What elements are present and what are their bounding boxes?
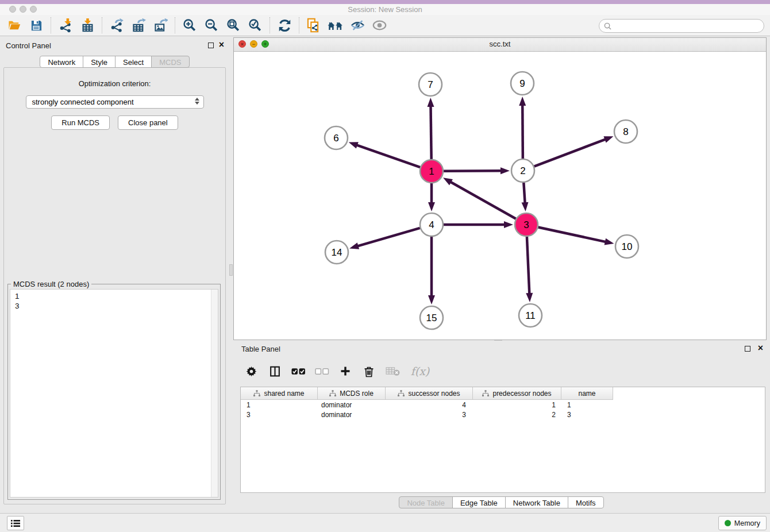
graph-node-label: 3 bbox=[523, 219, 529, 230]
graph-edge-3-1[interactable] bbox=[449, 182, 515, 219]
delete-row-button[interactable] bbox=[360, 363, 378, 380]
network-canvas[interactable]: 7968124314101511 bbox=[234, 51, 766, 340]
sort-icon bbox=[482, 390, 489, 397]
network-window: × − + scc.txt 7968124314101511 bbox=[233, 37, 767, 340]
graph-edge-1-7[interactable] bbox=[430, 105, 431, 159]
zoom-fit-icon bbox=[226, 18, 241, 33]
task-history-button[interactable] bbox=[7, 516, 24, 530]
graph-edge-2-9[interactable] bbox=[522, 104, 523, 159]
import-network-icon bbox=[59, 18, 73, 33]
tab-style[interactable]: Style bbox=[83, 56, 116, 68]
tab-network[interactable]: Network bbox=[40, 56, 83, 68]
zoom-fit-button[interactable] bbox=[222, 16, 244, 34]
graph-edge-arrowhead bbox=[428, 98, 434, 107]
network-window-titlebar[interactable]: × − + scc.txt bbox=[234, 38, 766, 52]
search-icon bbox=[604, 22, 611, 30]
graph-node-label: 2 bbox=[520, 165, 525, 176]
graph-edge-1-6[interactable] bbox=[356, 145, 420, 167]
toolbar-separator bbox=[270, 17, 270, 33]
network-window-title: scc.txt bbox=[234, 40, 766, 48]
zoom-in-button[interactable] bbox=[179, 16, 201, 34]
splitter-grip-vertical[interactable] bbox=[229, 264, 233, 276]
main-toolbar bbox=[0, 15, 770, 36]
close-panel-button[interactable]: Close panel bbox=[118, 115, 178, 130]
column-header-shared-name[interactable]: shared name bbox=[241, 387, 318, 400]
run-mcds-button[interactable]: Run MCDS bbox=[51, 115, 110, 130]
close-table-panel-icon[interactable]: × bbox=[758, 345, 763, 351]
graph-edge-arrowhead bbox=[428, 295, 435, 304]
graph-edge-arrowhead bbox=[519, 97, 526, 106]
gear-icon bbox=[245, 365, 257, 377]
open-file-button[interactable] bbox=[3, 16, 25, 34]
column-header-predecessor-nodes[interactable]: predecessor nodes bbox=[473, 387, 561, 400]
table-panel: Table Panel × f(x) shared nameMCDS roles… bbox=[233, 342, 770, 511]
criterion-dropdown[interactable]: strongly connected component bbox=[26, 95, 204, 109]
graph-edge-3-10[interactable] bbox=[538, 227, 607, 242]
memory-button[interactable]: Memory bbox=[718, 516, 767, 530]
columns-icon bbox=[269, 365, 281, 377]
control-panel-tabs: Network Style Select MCDS bbox=[0, 56, 230, 68]
sort-icon bbox=[253, 390, 260, 397]
deselect-all-button[interactable] bbox=[313, 363, 330, 380]
table-tabs: Node Table Edge Table Network Table Moti… bbox=[233, 496, 770, 508]
graph-edge-4-14[interactable] bbox=[357, 228, 420, 246]
network-from-file-button[interactable] bbox=[303, 16, 325, 34]
search-input[interactable] bbox=[614, 21, 764, 30]
table-panel-title: Table Panel bbox=[241, 345, 280, 353]
graph-node-label: 8 bbox=[623, 126, 628, 137]
tab-motifs[interactable]: Motifs bbox=[568, 496, 604, 508]
float-panel-icon[interactable] bbox=[208, 43, 214, 48]
table-settings-button[interactable] bbox=[242, 363, 260, 380]
export-image-icon bbox=[153, 18, 168, 33]
graph-node-label: 6 bbox=[333, 133, 338, 144]
hide-selected-button[interactable] bbox=[346, 16, 368, 34]
graph-edge-2-8[interactable] bbox=[534, 139, 607, 167]
close-panel-icon[interactable]: × bbox=[219, 42, 224, 48]
refresh-button[interactable] bbox=[274, 16, 295, 34]
column-header-successor-nodes[interactable]: successor nodes bbox=[386, 387, 473, 400]
export-network-button[interactable] bbox=[106, 16, 128, 34]
graph-edge-1-2[interactable] bbox=[444, 171, 502, 171]
graph-edge-arrowhead bbox=[504, 221, 513, 228]
export-network-icon bbox=[110, 18, 124, 33]
import-network-button[interactable] bbox=[55, 16, 76, 34]
table-row[interactable]: 3dominator323 bbox=[241, 410, 765, 419]
graph-node-label: 11 bbox=[525, 310, 536, 321]
tab-select[interactable]: Select bbox=[115, 56, 152, 68]
export-table-button[interactable] bbox=[128, 16, 149, 34]
function-builder-button[interactable]: f(x) bbox=[407, 363, 433, 380]
show-all-button[interactable] bbox=[368, 16, 390, 34]
export-image-button[interactable] bbox=[149, 16, 171, 34]
graph-edge-arrowhead bbox=[349, 242, 359, 249]
toggle-columns-button[interactable] bbox=[266, 363, 283, 380]
graph-edge-2-3[interactable] bbox=[523, 183, 525, 204]
table-cell: 3 bbox=[561, 411, 613, 419]
graph-edge-arrowhead bbox=[500, 167, 510, 174]
graph-edge-3-11[interactable] bbox=[527, 237, 529, 295]
tab-node-table[interactable]: Node Table bbox=[399, 496, 453, 508]
result-scrollbar[interactable] bbox=[211, 290, 218, 497]
save-session-button[interactable] bbox=[25, 16, 47, 34]
tab-edge-table[interactable]: Edge Table bbox=[452, 496, 506, 508]
memory-status-icon bbox=[725, 520, 731, 526]
import-table-button[interactable] bbox=[76, 16, 98, 34]
zoom-out-icon bbox=[204, 18, 219, 33]
zoom-selected-button[interactable] bbox=[244, 16, 266, 34]
delete-table-button[interactable] bbox=[384, 363, 401, 380]
add-row-button[interactable] bbox=[337, 363, 354, 380]
zoom-out-button[interactable] bbox=[201, 16, 222, 34]
tab-network-table[interactable]: Network Table bbox=[505, 496, 568, 508]
table-cell: 3 bbox=[386, 411, 473, 419]
table-row[interactable]: 1dominator411 bbox=[241, 400, 765, 410]
column-header-mcds-role[interactable]: MCDS role bbox=[318, 387, 386, 400]
tab-mcds[interactable]: MCDS bbox=[151, 56, 189, 68]
column-header-name[interactable]: name bbox=[561, 387, 613, 400]
first-neighbors-button[interactable] bbox=[325, 16, 346, 34]
float-table-panel-icon[interactable] bbox=[745, 346, 750, 352]
table-cell: 2 bbox=[473, 411, 561, 419]
select-all-button[interactable] bbox=[290, 363, 307, 380]
search-box[interactable] bbox=[599, 19, 764, 33]
plus-icon bbox=[340, 365, 351, 377]
graph-edge-arrowhead bbox=[443, 178, 453, 185]
mcds-result-area[interactable]: 1 3 bbox=[10, 289, 218, 498]
